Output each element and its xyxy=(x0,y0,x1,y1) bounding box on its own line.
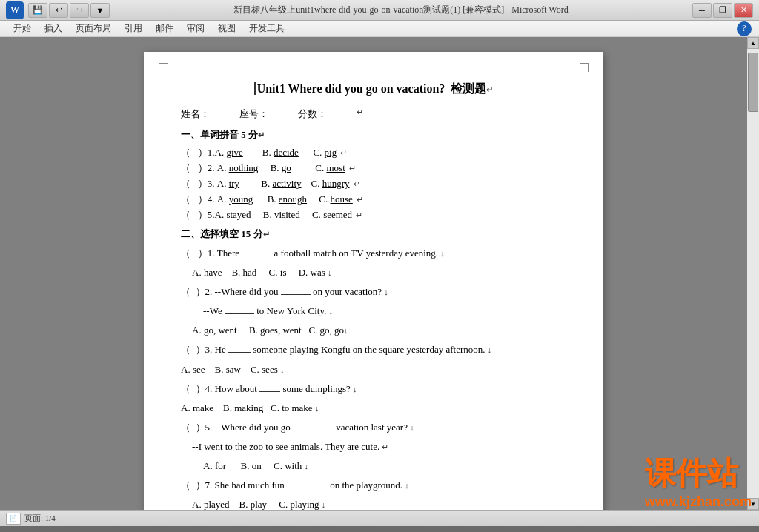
q1-options: A. have B. had C. is D. was ↓ xyxy=(181,265,566,281)
vocab-item-1: （ ）1.A. give B. decide C. pig↵ xyxy=(181,146,566,159)
score-label: 分数： xyxy=(298,107,327,121)
watermark-text1: 课件站 xyxy=(645,453,752,494)
q2-stem: （ ）2. --Where did you on your vacation? … xyxy=(181,284,566,300)
vocab-item-2: （ ）2. A. nothing B. go C. most↵ xyxy=(181,162,566,175)
q5-options: A. for B. on C. with ↓ xyxy=(181,458,566,474)
q5-stem: （ ）5. --Where did you go vacation last y… xyxy=(181,419,566,436)
word-icon: W xyxy=(6,1,24,19)
page-icon: 📄 xyxy=(6,513,21,525)
vocab-item-5: （ ）5.A. stayed B. visited C. seemed↵ xyxy=(181,208,566,222)
main-area: Unit1 Where did you go on vacation? 检测题↵… xyxy=(0,37,759,510)
q3-stem: （ ）3. He someone playing Kongfu on the s… xyxy=(181,342,566,358)
minimize-button[interactable]: ─ xyxy=(692,3,712,18)
scroll-up-button[interactable]: ▲ xyxy=(747,37,759,49)
q5-stem2: --I went to the zoo to see animals. They… xyxy=(181,439,566,455)
section2-title: 二、选择填空 15 分↵ xyxy=(181,227,566,241)
help-icon[interactable]: ? xyxy=(737,21,752,36)
undo-button[interactable]: ↩ xyxy=(49,3,68,18)
q1-stem: （ ）1. There a football match on TV yeste… xyxy=(181,245,566,262)
q4-stem: （ ）4. How about some dumplings? ↓ xyxy=(181,381,566,397)
document-page: Unit1 Where did you go on vacation? 检测题↵… xyxy=(144,52,603,510)
title-bar-left: W 💾 ↩ ↪ ▼ xyxy=(6,1,110,19)
menu-references[interactable]: 引用 xyxy=(119,21,148,36)
close-button[interactable]: ✕ xyxy=(734,3,753,18)
save-button[interactable]: 💾 xyxy=(28,3,47,18)
q7-stem: （ ）7. She had much fun on the playground… xyxy=(181,477,566,493)
menu-view[interactable]: 视图 xyxy=(212,21,242,36)
info-row: 姓名： 座号： 分数： ↵ xyxy=(181,107,566,121)
q2-stem2: --We to New York City. ↓ xyxy=(181,303,566,319)
menu-dev[interactable]: 开发工具 xyxy=(243,21,291,36)
window-title: 新目标八年级上unit1where-did-you-go-on-vacation… xyxy=(110,4,692,16)
watermark: 课件站 www.kjzhan.com xyxy=(645,453,752,510)
corner-tr xyxy=(580,63,589,72)
watermark-text2: www.kjzhan.com xyxy=(645,494,752,510)
vertical-scrollbar[interactable]: ▲ ▼ xyxy=(747,37,759,510)
menu-layout[interactable]: 页面布局 xyxy=(70,21,117,36)
customize-button[interactable]: ▼ xyxy=(90,3,110,18)
page-container[interactable]: Unit1 Where did you go on vacation? 检测题↵… xyxy=(0,37,747,510)
q3-options: A. see B. saw C. sees ↓ xyxy=(181,362,566,378)
menu-insert[interactable]: 插入 xyxy=(39,21,68,36)
page-count: 页面: 1/4 xyxy=(24,513,56,524)
menu-review[interactable]: 审阅 xyxy=(181,21,211,36)
q2-options: A. go, went B. goes, went C. go, go↓ xyxy=(181,322,566,339)
window-controls: ─ ❐ ✕ xyxy=(692,3,753,18)
menu-bar: 开始 插入 页面布局 引用 邮件 审阅 视图 开发工具 ? xyxy=(0,21,759,37)
section1-title: 一、单词拼音 5 分↵ xyxy=(181,128,566,142)
vocab-item-3: （ ）3. A. try B. activity C. hungry↵ xyxy=(181,177,566,190)
q4-options: A. make B. making C. to make ↓ xyxy=(181,400,566,416)
menu-mail[interactable]: 邮件 xyxy=(150,21,179,36)
restore-button[interactable]: ❐ xyxy=(713,3,732,18)
status-bar: 📄 页面: 1/4 xyxy=(0,510,759,526)
seat-label: 座号： xyxy=(239,107,268,121)
name-label: 姓名： xyxy=(181,107,210,121)
q7-options: A. played B. play C. playing ↓ xyxy=(181,496,566,510)
corner-tl xyxy=(159,63,168,72)
menu-start[interactable]: 开始 xyxy=(7,21,37,36)
scroll-track[interactable] xyxy=(747,49,759,498)
title-bar: W 💾 ↩ ↪ ▼ 新目标八年级上unit1where-did-you-go-o… xyxy=(0,0,759,21)
scroll-thumb[interactable] xyxy=(748,53,758,112)
document-title: Unit1 Where did you go on vacation? 检测题↵ xyxy=(181,82,566,97)
page-indicator: 📄 页面: 1/4 xyxy=(6,513,56,525)
vocab-item-4: （ ）4. A. young B. enough C. house↵ xyxy=(181,193,566,206)
redo-button[interactable]: ↪ xyxy=(70,3,89,18)
